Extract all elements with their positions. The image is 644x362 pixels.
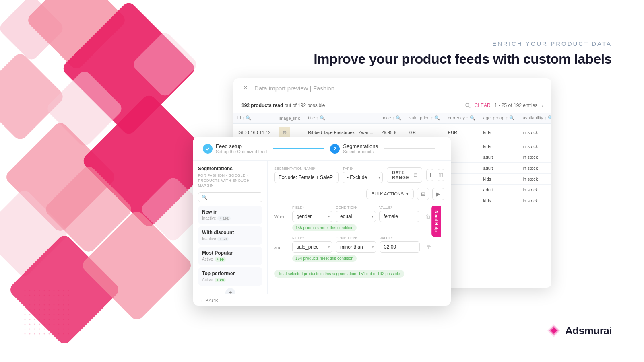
c1-value-group: Value* [379,206,419,222]
svg-rect-7 [414,173,417,176]
cell-availability: in stock [519,174,551,185]
type-group: Type* - Exclude - Include ▾ [343,167,383,183]
c2-value-group: Value* [380,236,420,253]
adsmurai-icon [547,323,561,338]
sidebar-title: Segmentations [198,166,262,171]
step1-info: Feed setup Set up the Optimized feed [216,143,267,154]
total-selected-text: Total selected products in this segmenta… [274,270,404,278]
decorative-diamond [60,0,197,136]
c2-value-label: Value* [380,236,420,240]
seg-name-group: Segmentation name* [274,167,339,183]
condition-row-1: When Field* gender sale_price ▾ [274,206,444,231]
step-2: 2 Segmentations Select products [330,143,378,154]
col-availability: availability ↕ 🔍 [519,113,551,124]
hero-text-area: ENRICH YOUR PRODUCT DATA Improve your pr… [314,40,612,67]
and-label: and [274,236,288,250]
progress-steps: Feed setup Set up the Optimized feed 2 S… [193,137,451,161]
calendar-icon [414,172,417,178]
feed-overlay-panel: Feed setup Set up the Optimized feed 2 S… [193,137,451,306]
c1-value-input[interactable] [379,211,419,222]
grid-view-button[interactable]: ⊞ [417,188,429,200]
segmentation-sidebar: Segmentations FOR FASHION · GOOGLE · PRO… [193,161,268,294]
decorative-diamond [45,69,124,148]
dot-pattern [24,290,72,338]
hero-subtitle: ENRICH YOUR PRODUCT DATA [314,40,612,47]
col-id: id ↕ 🔍 [233,113,275,124]
c2-field-select[interactable]: sale_price gender [292,241,332,253]
segment-item-status: Active + 99 [202,257,258,262]
search-icon[interactable] [465,103,471,108]
segment-item[interactable]: Most Popular Active + 99 [198,247,262,265]
c1-condition-wrapper: equal not equal ▾ [336,211,376,222]
c1-match-text: 155 products meet this condition [292,224,357,231]
segment-item[interactable]: Top performer Active + 28 [198,267,262,286]
c1-condition-label: Condition* [336,206,376,210]
pagination-text: 1 - 25 of 192 entries [495,103,538,108]
col-price: price ↕ 🔍 [378,113,405,124]
segment-items-list: New in Inactive + 192 With discount Inac… [198,206,262,286]
pause-button[interactable]: ⏸ [426,169,433,181]
segment-item[interactable]: New in Inactive + 192 [198,206,262,224]
panel-title: Data import preview | Fashion [254,85,334,92]
sidebar-subtitle: FOR FASHION · GOOGLE · PRODUCTS WITH ENO… [198,173,262,188]
cell-age-group: adult [479,152,519,163]
c2-delete-button[interactable]: 🗑 [423,241,434,253]
segment-item-name: Most Popular [202,250,258,256]
svg-line-6 [469,106,470,108]
type-select[interactable]: - Exclude - Include [343,172,383,183]
back-arrow: ‹ [201,298,203,304]
segment-item[interactable]: With discount Inactive + 50 [198,226,262,245]
svg-point-5 [466,103,469,107]
products-info-bar: 192 products read out of 192 possible CL… [233,98,551,113]
c1-condition-select[interactable]: equal not equal [336,211,376,222]
condition-2-inputs: Field* sale_price gender ▾ Condition* [292,236,444,253]
c2-condition-select[interactable]: minor than greater than equal [336,241,376,253]
c1-field-select[interactable]: gender sale_price [292,211,332,222]
segment-item-status: Inactive + 192 [202,216,258,221]
bulk-actions-label: BULK ACTIONS [372,191,404,196]
hero-title: Improve your product feeds with custom l… [314,51,612,67]
seg-name-input[interactable] [274,172,339,183]
decorative-diamond [25,0,128,71]
bulk-actions-button[interactable]: BULK ACTIONS ▾ [366,189,414,199]
col-image: image_link [275,113,304,124]
c1-field-group: Field* gender sale_price ▾ [292,206,332,222]
segmentation-form: Segmentation name* Type* - Exclude - Inc… [268,161,451,294]
cell-availability: in stock [519,163,551,174]
when-label: When [274,206,288,219]
segment-search-input[interactable] [198,192,262,202]
list-view-button[interactable]: ▶ [432,188,444,200]
cell-age-group: adult [479,163,519,174]
add-segment-button[interactable]: + [225,288,235,294]
decorative-diamond [0,188,70,279]
c2-condition-group: Condition* minor than greater than equal… [336,236,376,253]
decorative-diamond [80,209,194,323]
date-range-button[interactable]: DATE RANGE [387,167,422,183]
step1-label: Feed setup [216,143,267,149]
back-label: BACK [205,298,219,304]
step-connector-2 [384,148,435,149]
cell-availability: in stock [519,141,551,152]
type-label: Type* [343,167,383,171]
c1-field-label: Field* [292,206,332,210]
back-button[interactable]: ‹ BACK [193,294,451,306]
background-decoration [0,0,225,362]
decorative-diamond [0,51,66,142]
segment-item-name: New in [202,209,258,215]
decorative-diamond [8,233,122,347]
cell-age-group: adult [479,185,519,195]
decorative-diamond [43,164,134,255]
condition-1-fields: Field* gender sale_price ▾ Condition* [292,206,444,231]
date-range-label: DATE RANGE [392,170,411,180]
c2-value-input[interactable] [380,241,420,253]
clear-button[interactable]: CLEAR [475,103,491,108]
delete-seg-button[interactable]: 🗑 [438,169,444,181]
col-currency: currency ↕ 🔍 [444,113,479,124]
adsmurai-logo: Adsmurai [547,323,612,338]
c2-match-text: 164 products meet this condition [292,255,357,262]
need-help-tab[interactable]: Need Help [431,206,441,237]
next-page-button[interactable]: › [541,102,543,109]
close-button[interactable]: × [242,84,250,92]
condition-row-2: and Field* sale_price gender ▾ [274,236,444,262]
step1-sublabel: Set up the Optimized feed [216,149,267,154]
